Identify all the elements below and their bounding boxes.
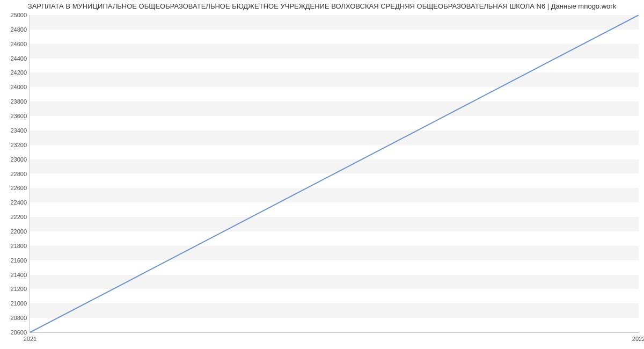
y-tick-label: 24600 — [10, 41, 27, 47]
y-tick-label: 20800 — [10, 315, 27, 321]
chart-title: ЗАРПЛАТА В МУНИЦИПАЛЬНОЕ ОБЩЕОБРАЗОВАТЕЛ… — [0, 2, 644, 10]
y-tick-label: 20600 — [10, 329, 27, 336]
y-tick-label: 21000 — [10, 300, 27, 307]
x-tick-label: 2022 — [632, 336, 644, 342]
y-tick-label: 21400 — [10, 272, 27, 278]
y-tick-label: 23200 — [10, 142, 27, 148]
y-tick-label: 23400 — [10, 127, 27, 134]
y-tick-label: 21800 — [10, 243, 27, 249]
y-tick-label: 22200 — [10, 214, 27, 220]
y-tick-label: 24800 — [10, 26, 27, 33]
y-tick-label: 22000 — [10, 228, 27, 235]
y-tick-label: 24000 — [10, 84, 27, 90]
y-tick-label: 24200 — [10, 69, 27, 76]
y-tick-label: 21200 — [10, 286, 27, 292]
y-tick-label: 21600 — [10, 257, 27, 264]
y-tick-label: 24400 — [10, 55, 27, 62]
y-tick-label: 22600 — [10, 185, 27, 191]
y-tick-label: 22800 — [10, 171, 27, 177]
y-tick-label: 25000 — [10, 12, 27, 18]
y-tick-label: 22400 — [10, 199, 27, 206]
chart-line — [30, 15, 639, 332]
x-tick-label: 2021 — [24, 336, 36, 342]
y-tick-label: 23000 — [10, 156, 27, 163]
y-tick-label: 23800 — [10, 98, 27, 105]
y-tick-label: 23600 — [10, 113, 27, 119]
plot-area: 2060020800210002120021400216002180022000… — [30, 15, 639, 333]
salary-line-chart: ЗАРПЛАТА В МУНИЦИПАЛЬНОЕ ОБЩЕОБРАЗОВАТЕЛ… — [0, 0, 644, 349]
